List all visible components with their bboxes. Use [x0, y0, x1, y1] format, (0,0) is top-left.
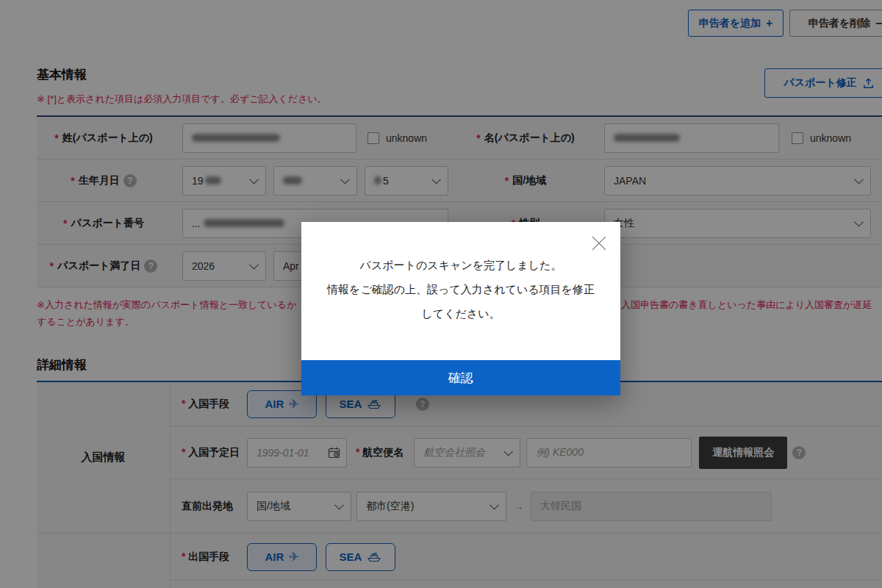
- dialog-message-line1: パスポートのスキャンを完了しました。: [301, 253, 620, 277]
- confirm-button-label: 確認: [448, 370, 473, 387]
- close-icon[interactable]: [589, 234, 609, 253]
- declaration-form-page: 申告者を追加 + 申告者を削除 − 基本情報 ※ [*]と表示された項目は必須入…: [0, 0, 882, 588]
- dialog-message-line2: 情報をご確認の上、誤って入力されている項目を修正: [301, 277, 620, 301]
- passport-scan-complete-dialog: パスポートのスキャンを完了しました。 情報をご確認の上、誤って入力されている項目…: [301, 222, 620, 395]
- confirm-button[interactable]: 確認: [301, 360, 620, 395]
- dialog-message-line3: してください。: [301, 301, 620, 326]
- dialog-message: パスポートのスキャンを完了しました。 情報をご確認の上、誤って入力されている項目…: [301, 222, 620, 326]
